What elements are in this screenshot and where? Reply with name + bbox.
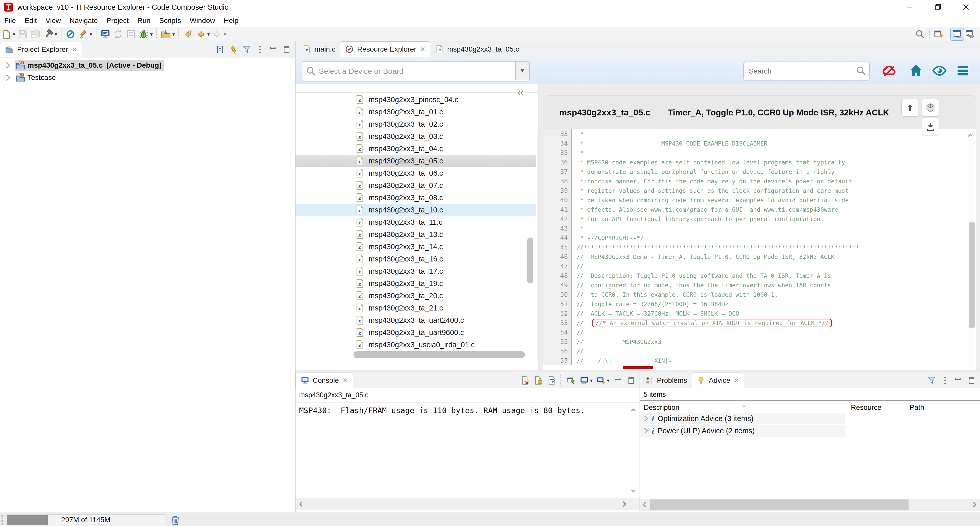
tab-project-explorer[interactable]: Project Explorer ✕ bbox=[0, 41, 82, 57]
file-item[interactable]: .cmsp430g2xx3_ta_05.c bbox=[296, 155, 536, 167]
device-select-arrow-button[interactable]: ▼ bbox=[515, 62, 529, 80]
resource-search-input[interactable] bbox=[748, 67, 851, 76]
collapse-all-button[interactable] bbox=[213, 43, 226, 56]
file-item[interactable]: .cmsp430g2xx3_ta_06.c bbox=[296, 167, 536, 179]
clear-console-button[interactable] bbox=[518, 375, 531, 387]
file-item[interactable]: .cmsp430g2xx3_uscia0_irda_01.c bbox=[296, 339, 536, 351]
scroll-lock-button[interactable] bbox=[531, 375, 544, 387]
project-item-body[interactable]: CCSmsp430g2xx3_ta_05.c [Active - Debug] bbox=[15, 60, 164, 71]
minimize-button[interactable] bbox=[611, 375, 624, 387]
eye-icon[interactable] bbox=[932, 63, 947, 79]
problems-hscrollbar[interactable] bbox=[640, 499, 980, 511]
close-icon[interactable]: ✕ bbox=[342, 377, 348, 384]
tab-main-c[interactable]: .cmain.c bbox=[298, 41, 340, 57]
maximize-button[interactable] bbox=[624, 375, 637, 387]
code-viewer[interactable]: 33 *34 * MSP430 CODE EXAMPLE DISCLAIMER3… bbox=[543, 129, 976, 370]
menu-window[interactable]: Window bbox=[185, 14, 220, 27]
scroll-right-icon[interactable] bbox=[620, 500, 628, 508]
file-list-vscrollbar[interactable] bbox=[527, 237, 533, 284]
pin-console-button[interactable] bbox=[563, 375, 577, 387]
scroll-down-icon[interactable] bbox=[629, 487, 638, 495]
import-button[interactable]: ▾ bbox=[159, 28, 176, 40]
dropdown-caret-icon[interactable]: ▾ bbox=[207, 31, 210, 37]
scroll-left-icon[interactable] bbox=[641, 500, 649, 508]
open-perspective-button[interactable] bbox=[932, 28, 945, 40]
project-item-body[interactable]: CCSTestcase bbox=[15, 72, 59, 83]
filter-button[interactable] bbox=[924, 375, 938, 387]
file-item[interactable]: .cmsp430g2xx3_ta_11.c bbox=[296, 216, 536, 228]
offline-cloud-icon[interactable] bbox=[881, 63, 897, 79]
last-edit-location-button[interactable] bbox=[182, 28, 194, 40]
debug-connect-button[interactable] bbox=[64, 28, 77, 40]
download-button[interactable] bbox=[922, 118, 939, 135]
hamburger-menu-icon[interactable] bbox=[955, 63, 971, 79]
view-menu-button[interactable] bbox=[253, 43, 266, 56]
dropdown-caret-icon[interactable]: ▾ bbox=[89, 31, 92, 37]
menu-navigate[interactable]: Navigate bbox=[65, 14, 102, 27]
file-item[interactable]: .cmsp430g2xx3_ta_04.c bbox=[296, 142, 536, 155]
dropdown-caret-icon[interactable]: ▾ bbox=[55, 31, 57, 37]
menu-view[interactable]: View bbox=[41, 14, 65, 27]
file-item[interactable]: .cmsp430g2xx3_ta_16.c bbox=[296, 253, 536, 265]
display-selected-console-button[interactable]: ▾ bbox=[577, 375, 593, 387]
project-item[interactable]: CCSTestcase bbox=[3, 72, 295, 84]
file-item[interactable]: .cmsp430g2xx3_ta_07.c bbox=[296, 179, 536, 191]
dropdown-caret-icon[interactable]: ▾ bbox=[13, 31, 15, 37]
file-item[interactable]: .cmsp430g2xx3_ta_21.c bbox=[296, 302, 536, 314]
close-icon[interactable]: ✕ bbox=[420, 45, 425, 53]
minimize-button[interactable] bbox=[951, 375, 964, 387]
file-item[interactable]: .cmsp430g2xx3_ta_17.c bbox=[296, 265, 536, 277]
ccs-edit-perspective-button[interactable] bbox=[951, 28, 964, 40]
minimize-button[interactable] bbox=[896, 0, 924, 14]
advice-row[interactable]: iPower (ULP) Advice (2 items) bbox=[640, 425, 845, 437]
column-description[interactable]: Description bbox=[644, 403, 679, 411]
device-select-dropdown[interactable]: Select a Device or Board ▼ bbox=[302, 61, 530, 81]
close-button[interactable] bbox=[952, 0, 980, 14]
file-item[interactable]: .cmsp430g2xx3_ta_20.c bbox=[296, 290, 536, 302]
file-item[interactable]: .cmsp430g2xx3_ta_08.c bbox=[296, 191, 536, 204]
ccs-debug-perspective-button[interactable] bbox=[964, 28, 977, 40]
menu-project[interactable]: Project bbox=[102, 14, 133, 27]
menu-edit[interactable]: Edit bbox=[20, 14, 41, 27]
file-item[interactable]: .cmsp430g2xx3_ta_10.c bbox=[296, 204, 536, 216]
garbage-collect-icon[interactable] bbox=[169, 514, 181, 526]
console-hscrollbar[interactable] bbox=[296, 499, 640, 510]
file-list-hscrollbar[interactable] bbox=[353, 351, 525, 358]
tab-problems[interactable]: Problems bbox=[640, 373, 692, 388]
close-icon[interactable]: ✕ bbox=[734, 377, 739, 384]
file-item[interactable]: .cmsp430g2xx3_ta_14.c bbox=[296, 241, 536, 253]
menu-help[interactable]: Help bbox=[220, 14, 243, 27]
file-item[interactable]: .cmsp430g2xx3_pinosc_04.c bbox=[296, 94, 536, 106]
column-path[interactable]: Path bbox=[910, 403, 924, 411]
advice-row[interactable]: iOptimization Advice (3 items) bbox=[640, 413, 845, 424]
home-icon[interactable] bbox=[908, 63, 924, 79]
new-file-button[interactable]: ▾ bbox=[0, 28, 16, 40]
view-menu-button[interactable] bbox=[938, 375, 951, 387]
scroll-up-icon[interactable] bbox=[966, 131, 974, 139]
maximize-button[interactable] bbox=[964, 375, 977, 387]
filter-button[interactable] bbox=[239, 43, 253, 56]
new-target-config-button[interactable] bbox=[99, 28, 112, 40]
import-project-button[interactable] bbox=[922, 99, 939, 116]
file-item[interactable]: .cmsp430g2xx3_ta_uart9600.c bbox=[296, 326, 536, 339]
code-vscroll-thumb[interactable] bbox=[969, 222, 975, 328]
flash-button[interactable]: ▾ bbox=[77, 28, 93, 40]
restore-button[interactable] bbox=[924, 0, 952, 14]
menu-scripts[interactable]: Scripts bbox=[155, 14, 186, 27]
dropdown-caret-icon[interactable]: ▾ bbox=[172, 31, 175, 37]
problems-hscroll-thumb[interactable] bbox=[650, 499, 908, 510]
menu-file[interactable]: File bbox=[0, 14, 20, 27]
dropdown-caret-icon[interactable]: ▾ bbox=[607, 378, 609, 384]
scroll-top-button[interactable] bbox=[901, 99, 919, 116]
debug-bug-button[interactable]: ▾ bbox=[137, 28, 154, 40]
build-hammer-button[interactable]: ▾ bbox=[42, 28, 58, 40]
tab-msp430g2xx3-ta-05-c[interactable]: .cmsp430g2xx3_ta_05.c bbox=[430, 41, 524, 57]
scroll-left-icon[interactable] bbox=[297, 500, 305, 508]
back-button[interactable]: ▾ bbox=[194, 28, 211, 40]
dropdown-caret-icon[interactable]: ▾ bbox=[150, 31, 153, 37]
word-wrap-button[interactable] bbox=[544, 375, 558, 387]
file-item[interactable]: .cmsp430g2xx3_ta_01.c bbox=[296, 106, 536, 118]
menu-run[interactable]: Run bbox=[133, 14, 155, 27]
file-item[interactable]: .cmsp430g2xx3_ta_02.c bbox=[296, 118, 536, 130]
scroll-up-icon[interactable] bbox=[629, 406, 638, 414]
